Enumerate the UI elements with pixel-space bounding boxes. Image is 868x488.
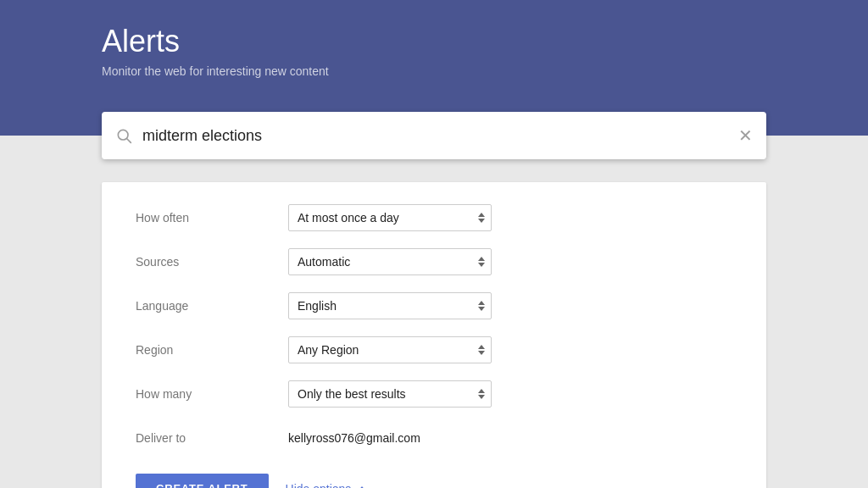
sources-select-wrapper: Automatic News Blogs Web Video Books Dis…: [288, 248, 492, 275]
language-label: Language: [136, 299, 288, 313]
deliver-to-value: kellyross076@gmail.com: [288, 431, 420, 445]
how-many-select-wrapper: Only the best results All results: [288, 380, 492, 408]
page-title: Alerts: [102, 24, 834, 59]
search-bar: ✕: [102, 112, 766, 159]
hide-options-button[interactable]: Hide options: [286, 482, 367, 489]
how-many-select[interactable]: Only the best results All results: [288, 380, 492, 408]
search-icon: [115, 127, 132, 144]
how-often-label: How often: [136, 211, 288, 225]
region-select[interactable]: Any Region United States United Kingdom …: [288, 336, 492, 363]
region-row: Region Any Region United States United K…: [102, 328, 766, 372]
language-select-wrapper: Any Language English Spanish French Germ…: [288, 292, 492, 319]
region-select-wrapper: Any Region United States United Kingdom …: [288, 336, 492, 363]
page-header: Alerts Monitor the web for interesting n…: [0, 0, 868, 136]
create-alert-button[interactable]: CREATE ALERT: [136, 474, 269, 488]
how-many-row: How many Only the best results All resul…: [102, 372, 766, 416]
region-label: Region: [136, 343, 288, 357]
how-often-select-wrapper: At most once a day As-it-happens At most…: [288, 204, 492, 231]
clear-icon[interactable]: ✕: [738, 125, 753, 146]
how-many-label: How many: [136, 387, 288, 401]
main-content: How often At most once a day As-it-happe…: [0, 182, 868, 488]
sources-select[interactable]: Automatic News Blogs Web Video Books Dis…: [288, 248, 492, 275]
sources-label: Sources: [136, 255, 288, 269]
how-often-select[interactable]: At most once a day As-it-happens At most…: [288, 204, 492, 231]
actions-row: CREATE ALERT Hide options: [102, 460, 766, 488]
deliver-to-row: Deliver to kellyross076@gmail.com: [102, 416, 766, 460]
hide-options-label: Hide options: [286, 482, 352, 489]
deliver-to-label: Deliver to: [136, 431, 288, 445]
language-select[interactable]: Any Language English Spanish French Germ…: [288, 292, 492, 319]
page-subtitle: Monitor the web for interesting new cont…: [102, 64, 834, 78]
sources-row: Sources Automatic News Blogs Web Video B…: [102, 240, 766, 284]
how-often-row: How often At most once a day As-it-happe…: [102, 196, 766, 240]
search-input[interactable]: [142, 127, 738, 145]
language-row: Language Any Language English Spanish Fr…: [102, 284, 766, 328]
svg-line-1: [127, 139, 131, 143]
options-card: How often At most once a day As-it-happe…: [102, 182, 766, 488]
